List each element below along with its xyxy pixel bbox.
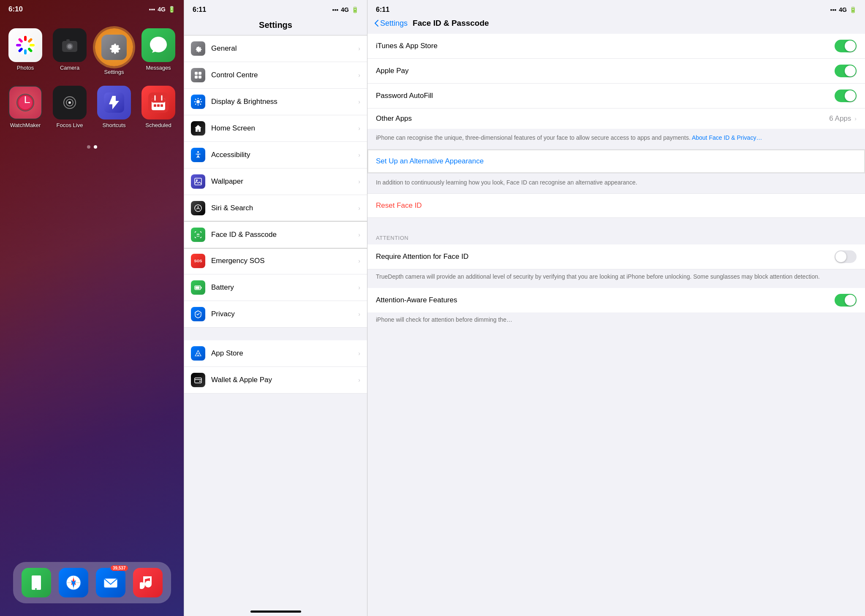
otherapps-label: Other Apps (376, 114, 829, 123)
faceid-page-title: Face ID & Passcode (413, 19, 489, 28)
back-label: Settings (380, 19, 408, 28)
attention-gap (367, 218, 865, 230)
back-button[interactable]: Settings (374, 19, 408, 28)
svg-rect-28 (154, 104, 156, 107)
dock-phone[interactable] (22, 568, 51, 597)
settings-item-accessibility[interactable]: Accessibility › (184, 142, 367, 168)
dock-mail[interactable]: 39,537 (96, 568, 125, 597)
privacy-chevron: › (358, 311, 360, 317)
svg-line-49 (200, 104, 201, 105)
applepay-toggle[interactable] (835, 65, 857, 77)
appstore-chevron: › (358, 350, 360, 357)
svg-rect-29 (157, 104, 160, 107)
settings-item-battery[interactable]: Battery › (184, 274, 367, 301)
app-watchmaker[interactable]: WatchMaker (8, 86, 44, 128)
settings-time: 6:11 (193, 6, 206, 14)
focos-label: Focos Live (57, 122, 83, 128)
otherapps-value: 6 Apps (829, 114, 851, 123)
svg-rect-39 (195, 72, 198, 75)
attention-description: TrueDepth camera will provide an additio… (367, 269, 865, 288)
settings-network: 4G (341, 6, 349, 13)
faceid-status-bar: 6:11 ▪▪▪ 4G 🔋 (367, 0, 865, 17)
app-settings[interactable]: Settings (96, 28, 132, 75)
watchmaker-icon (8, 86, 42, 119)
display-icon (191, 95, 205, 109)
settings-title: Settings (184, 17, 367, 35)
faceid-row-applepay[interactable]: Apple Pay (367, 59, 865, 84)
home-status-right: ▪▪▪ 4G 🔋 (149, 6, 175, 13)
faceid-row-otherapps[interactable]: Other Apps 6 Apps › (367, 109, 865, 129)
itunes-label: iTunes & App Store (376, 42, 835, 50)
faceid-link[interactable]: About Face ID & Privacy… (692, 134, 762, 141)
control-chevron: › (358, 72, 360, 79)
settings-item-display[interactable]: Display & Brightness › (184, 89, 367, 115)
privacy-label: Privacy (211, 310, 352, 318)
photos-icon (8, 28, 42, 62)
app-scheduled[interactable]: Scheduled (141, 86, 177, 128)
setup-alt-desc-text: In addition to continuously learning how… (376, 179, 637, 186)
autofill-toggle[interactable] (835, 90, 857, 102)
reset-label: Reset Face ID (376, 201, 422, 209)
svg-line-51 (200, 99, 201, 100)
otherapps-chevron: › (854, 115, 857, 122)
svg-point-20 (68, 101, 71, 104)
display-label: Display & Brightness (211, 98, 352, 106)
settings-item-control[interactable]: Control Centre › (184, 62, 367, 89)
aware-features-row[interactable]: Attention-Aware Features (367, 288, 865, 312)
general-chevron: › (358, 45, 360, 52)
svg-rect-40 (199, 72, 201, 75)
control-icon (191, 68, 205, 82)
home-bar (250, 611, 301, 613)
app-messages[interactable]: Messages (141, 28, 177, 75)
wallet-icon (191, 373, 205, 387)
dock-music[interactable] (133, 568, 163, 597)
faceid-row-autofill[interactable]: Password AutoFill (367, 84, 865, 109)
app-camera[interactable]: Camera (52, 28, 88, 75)
svg-rect-30 (160, 104, 163, 107)
settings-item-siri[interactable]: Siri & Search › (184, 195, 367, 222)
settings-item-home[interactable]: Home Screen › (184, 115, 367, 142)
app-photos[interactable]: Photos (8, 28, 44, 75)
settings-item-appstore[interactable]: App Store › (184, 340, 367, 367)
svg-rect-25 (152, 98, 165, 103)
settings-item-wallpaper[interactable]: Wallpaper › (184, 168, 367, 195)
svg-point-52 (197, 151, 199, 153)
settings-status-right: ▪▪▪ 4G 🔋 (332, 6, 359, 13)
home-label: Home Screen (211, 124, 352, 133)
dock-safari[interactable] (59, 568, 88, 597)
control-label: Control Centre (211, 71, 352, 79)
settings-signal-icon: ▪▪▪ (332, 6, 338, 13)
faceid-row-itunes[interactable]: iTunes & App Store (367, 34, 865, 59)
settings-item-privacy[interactable]: Privacy › (184, 301, 367, 328)
setup-alt-row[interactable]: Set Up an Alternative Appearance (367, 149, 865, 174)
require-attention-row[interactable]: Require Attention for Face ID (367, 244, 865, 269)
applepay-label: Apple Pay (376, 67, 835, 75)
faceid-panel: 6:11 ▪▪▪ 4G 🔋 Settings Face ID & Passcod… (367, 0, 865, 616)
svg-point-56 (198, 206, 199, 208)
photos-label: Photos (17, 65, 34, 71)
home-screen: 6:10 ▪▪▪ 4G 🔋 (0, 0, 184, 616)
aware-section: Attention-Aware Features (367, 288, 865, 312)
accessibility-label: Accessibility (211, 151, 352, 159)
itunes-toggle[interactable] (835, 40, 857, 52)
attention-header: ATTENTION (367, 230, 865, 244)
settings-item-general[interactable]: General › (184, 35, 367, 62)
app-shortcuts[interactable]: Shortcuts (96, 86, 132, 128)
settings-title-text: Settings (259, 20, 292, 30)
settings-item-faceid[interactable]: Face ID & Passcode › (184, 222, 367, 248)
require-attention-toggle[interactable] (835, 250, 857, 263)
faceid-status-right: ▪▪▪ 4G 🔋 (830, 6, 857, 13)
app-focos[interactable]: Focos Live (52, 86, 88, 128)
settings-item-sos[interactable]: SOS Emergency SOS › (184, 248, 367, 274)
home-screen-icon (191, 121, 205, 136)
setup-alt-label: Set Up an Alternative Appearance (376, 157, 484, 165)
aware-features-toggle[interactable] (835, 294, 857, 307)
scheduled-label: Scheduled (145, 122, 171, 128)
dot-1 (87, 145, 90, 149)
home-status-bar: 6:10 ▪▪▪ 4G 🔋 (0, 0, 184, 16)
messages-label: Messages (146, 65, 171, 71)
reset-faceid-row[interactable]: Reset Face ID (367, 193, 865, 218)
attention-section: Require Attention for Face ID (367, 244, 865, 269)
settings-item-wallet[interactable]: Wallet & Apple Pay › (184, 367, 367, 393)
camera-label: Camera (60, 65, 79, 71)
